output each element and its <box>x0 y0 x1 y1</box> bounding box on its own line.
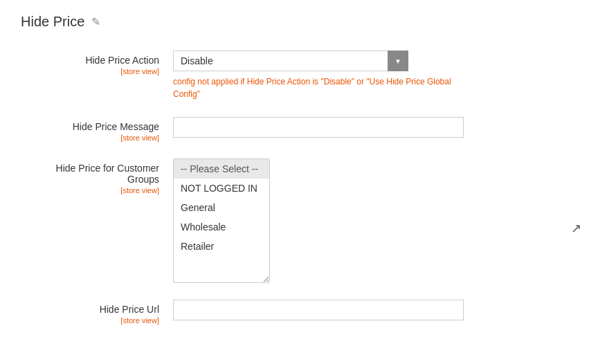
cursor-indicator: ↗ <box>571 221 581 236</box>
hide-price-action-select[interactable]: Disable Hide Price Use Hide Price Global… <box>173 51 408 71</box>
edit-icon[interactable]: ✎ <box>91 15 100 28</box>
hide-price-url-label: Hide Price Url [store view] <box>21 300 173 325</box>
hide-price-action-label: Hide Price Action [store view] <box>21 51 173 75</box>
hide-price-url-row: Hide Price Url [store view] <box>21 300 540 325</box>
hide-price-url-input[interactable] <box>173 300 464 320</box>
hide-price-action-select-wrapper: Disable Hide Price Use Hide Price Global… <box>173 51 408 71</box>
hide-price-message-input[interactable] <box>173 117 464 138</box>
hide-price-form: Hide Price Action [store view] Disable H… <box>21 51 540 325</box>
hide-price-action-info: config not applied if Hide Price Action … <box>173 75 464 100</box>
option-please-select[interactable]: -- Please Select -- <box>174 159 269 179</box>
option-general[interactable]: General <box>174 198 269 217</box>
hide-price-message-row: Hide Price Message [store view] <box>21 117 540 142</box>
hide-price-customer-groups-label: Hide Price for Customer Hide Price for C… <box>21 158 173 194</box>
hide-price-customer-groups-row: Hide Price for Customer Hide Price for C… <box>21 158 540 283</box>
page-title: Hide Price <box>21 14 84 30</box>
hide-price-action-row: Hide Price Action [store view] Disable H… <box>21 51 540 100</box>
hide-price-action-control: Disable Hide Price Use Hide Price Global… <box>173 51 540 100</box>
hide-price-message-control <box>173 117 540 138</box>
option-not-logged-in[interactable]: NOT LOGGED IN <box>174 179 269 198</box>
hide-price-customer-groups-select[interactable]: -- Please Select -- NOT LOGGED IN Genera… <box>173 158 270 283</box>
page-title-section: Hide Price ✎ <box>21 14 577 30</box>
multiselect-wrapper: -- Please Select -- NOT LOGGED IN Genera… <box>173 158 540 283</box>
option-retailer[interactable]: Retailer <box>174 237 269 256</box>
option-wholesale[interactable]: Wholesale <box>174 217 269 237</box>
hide-price-message-label: Hide Price Message [store view] <box>21 117 173 142</box>
hide-price-customer-groups-control: -- Please Select -- NOT LOGGED IN Genera… <box>173 158 540 283</box>
hide-price-url-control <box>173 300 540 320</box>
